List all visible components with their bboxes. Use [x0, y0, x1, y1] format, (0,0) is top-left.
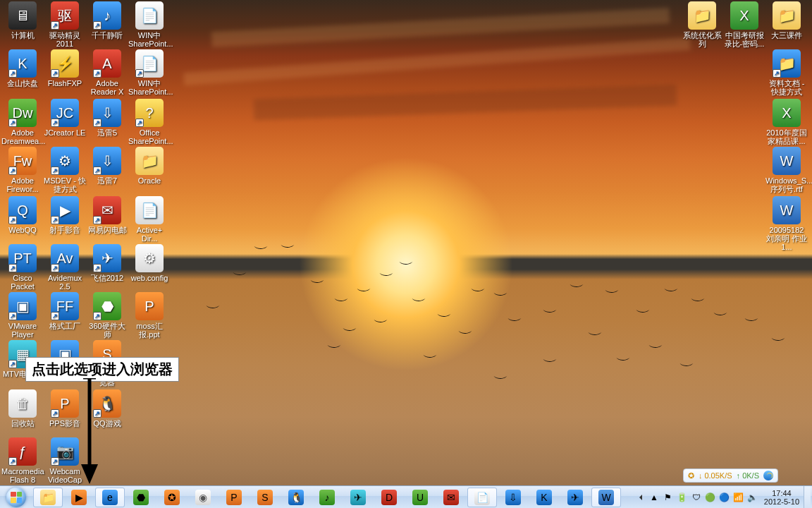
desktop-icon[interactable]: ⇩↗迅雷7	[86, 147, 128, 185]
show-desktop-button[interactable]	[804, 486, 811, 509]
desktop-icon[interactable]: ▣↗VMware Player	[1, 292, 44, 339]
desktop-icon[interactable]: ▶↗射手影音	[44, 196, 86, 234]
ppt-icon: P	[226, 490, 242, 505]
desktop-icon[interactable]: Fw↗Adobe Firewor...	[1, 147, 44, 193]
desktop-icon[interactable]: 📁Oracle	[128, 147, 171, 185]
taskbar-button-chrome[interactable]: ◉	[188, 488, 218, 507]
youdao-icon: D	[381, 490, 397, 505]
tray-expand-icon[interactable]	[634, 492, 646, 503]
shortcut-overlay-icon: ↗	[93, 69, 102, 78]
netspeed-widget[interactable]: ✪ ↓ 0.05K/S ↑ 0K/S	[683, 468, 778, 483]
bird-silhouette: ︶	[616, 354, 632, 367]
desktop-icon[interactable]: ⬣↗360硬件大师	[86, 292, 128, 339]
desktop-icon[interactable]: JC↗JCreator LE	[44, 99, 86, 137]
desktop-icon[interactable]: A↗Adobe Reader X	[86, 49, 128, 96]
shortcut-overlay-icon: ↗	[93, 216, 102, 224]
shortcut-overlay-icon: ↗	[8, 167, 17, 175]
taskbar-button-bird[interactable]: ✈	[560, 488, 590, 507]
desktop-icon[interactable]: 🗑回收站	[1, 389, 44, 428]
bird-silhouette: ︶	[691, 295, 706, 308]
icon-label: 系统优化系列	[681, 31, 723, 48]
taskbar-button-uusee[interactable]: U	[405, 488, 435, 507]
shortcut-overlay-icon: ↗	[51, 167, 59, 175]
desktop-icon[interactable]: Dw↗Adobe Dreamwea...	[1, 99, 44, 145]
desktop-icon[interactable]: X2010年度国家精品课...	[765, 99, 808, 145]
shortcut-overlay-icon: ↗	[93, 21, 102, 30]
taskbar-button-explorer[interactable]: 📁	[33, 488, 63, 507]
tray-icon-5[interactable]: 🔵	[719, 492, 730, 503]
desktop-icon[interactable]: 📄↗WIN中SharePoint...	[128, 49, 171, 96]
desktop-icon[interactable]: 📄WIN中SharePoint...	[128, 1, 171, 48]
app-icon: ⬣↗	[93, 292, 121, 320]
desktop-icon[interactable]: 📁大三课件	[765, 1, 808, 40]
taskbar-button-sogou[interactable]: S	[250, 488, 280, 507]
desktop-icon[interactable]: Q↗WebQQ	[1, 196, 44, 234]
desktop-icon[interactable]: ⚡↗FlashFXP	[44, 49, 86, 87]
accel-icon: ✪	[688, 471, 694, 480]
app-icon: P↗	[51, 389, 79, 418]
desktop-icon[interactable]: P↗PPS影音	[44, 389, 86, 428]
desktop-icon[interactable]: 📷↗Webcam VideoCap	[44, 437, 86, 484]
taskbar-button-ie[interactable]: e	[95, 488, 125, 507]
taskbar-button-360[interactable]: ⬣	[126, 488, 156, 507]
desktop-icon[interactable]: 🖥计算机	[1, 1, 44, 40]
desktop-icon[interactable]: ✉↗网易闪电邮	[86, 196, 128, 234]
desktop-icon[interactable]: 📁系统优化系列	[681, 1, 723, 48]
bird-silhouette: ︶	[664, 285, 679, 298]
taskbar-button-thunder[interactable]: ⇩	[498, 488, 528, 507]
desktop-icon[interactable]: ?↗Office SharePoint...	[128, 99, 171, 145]
taskbar-button-feixin[interactable]: ✈	[343, 488, 373, 507]
shortcut-overlay-icon: ↗	[51, 216, 59, 224]
start-button[interactable]	[0, 486, 32, 509]
tray-icon-6[interactable]: 📶	[733, 492, 744, 503]
desktop-icon[interactable]: 驱↗驱动精灵2011	[44, 1, 86, 48]
desktop-icon[interactable]: 📁↗资料文档 - 快捷方式	[765, 49, 808, 96]
bird-silhouette: ︶	[327, 341, 343, 354]
icon-label: MSDEV - 快捷方式	[44, 176, 86, 193]
icon-label: 迅雷7	[86, 176, 128, 185]
desktop-icon[interactable]: ♪↗千千静听	[86, 1, 128, 40]
desktop-icon[interactable]: WWindows_S...序列号.rtf	[765, 147, 808, 193]
desktop[interactable]: ︶︶︶︶︶︶︶︶︶︶︶︶︶︶︶︶︶︶︶︶︶︶︶︶︶︶︶︶︶︶︶︶︶︶ 🖥计算机K…	[0, 0, 812, 508]
desktop-icon[interactable]: PT↗Cisco Packet Tracer	[1, 244, 44, 299]
bird-silhouette: ︶	[744, 315, 760, 327]
taskbar-button-kuaipan[interactable]: K	[529, 488, 559, 507]
app-icon: Q↗	[8, 196, 37, 224]
desktop-icon[interactable]: FF↗格式工厂	[44, 292, 86, 330]
icon-label: web.config	[128, 274, 171, 282]
taskbar-button-360safe[interactable]: ✪	[157, 488, 187, 507]
tray-icon-7[interactable]: 🔈	[747, 492, 758, 503]
icon-label: Adobe Dreamwea...	[1, 128, 44, 145]
tray-icon-3[interactable]: 🛡	[691, 492, 702, 503]
desktop-icon[interactable]: 📄Active+ Dir...	[128, 196, 171, 243]
desktop-icon[interactable]: Pmoss汇报.ppt	[128, 292, 171, 339]
icon-label: 迅雷5	[86, 128, 128, 137]
desktop-icon[interactable]: ✈↗飞信2012	[86, 244, 128, 282]
taskbar-button-youdao[interactable]: D	[374, 488, 404, 507]
tray-icon-1[interactable]: ⚑	[663, 492, 674, 503]
taskbar-button-qq[interactable]: 🐧	[281, 488, 311, 507]
desktop-icon[interactable]: K↗金山快盘	[1, 49, 44, 87]
bird-silhouette: ︶	[412, 295, 427, 308]
tray-icon-4[interactable]: 🟢	[705, 492, 716, 503]
bird-silhouette: ︶	[357, 285, 372, 298]
taskbar-button-word[interactable]: W	[591, 488, 621, 507]
taskbar-button-music[interactable]: ♪	[312, 488, 342, 507]
desktop-icon[interactable]: Av↗Avidemux 2.5	[44, 244, 86, 291]
desktop-icon[interactable]: ƒ↗Macromedia Flash 8	[1, 437, 44, 484]
tray-icon-0[interactable]: ▲	[648, 492, 660, 503]
taskbar-button-mail[interactable]: ✉	[436, 488, 466, 507]
icon-label: Adobe Reader X	[86, 79, 128, 96]
taskbar-button-wmp[interactable]: ▶	[64, 488, 94, 507]
app-icon: ✉↗	[93, 196, 121, 224]
desktop-icon[interactable]: ⚙↗MSDEV - 快捷方式	[44, 147, 86, 193]
desktop-icon[interactable]: X中国考研报录比-密码...	[723, 1, 765, 48]
taskbar-button-ppt[interactable]: P	[219, 488, 249, 507]
clock[interactable]: 17:442012-5-10	[760, 489, 804, 506]
desktop-icon[interactable]: W20095182 刘亲明 作业1...	[765, 196, 808, 251]
desktop-icon[interactable]: 🐧↗QQ游戏	[86, 389, 128, 428]
taskbar-button-word-running[interactable]: 📄	[467, 488, 497, 507]
desktop-icon[interactable]: ⇩↗迅雷5	[86, 99, 128, 137]
tray-icon-2[interactable]: 🔋	[677, 492, 688, 503]
desktop-icon[interactable]: ⚙web.config	[128, 244, 171, 282]
